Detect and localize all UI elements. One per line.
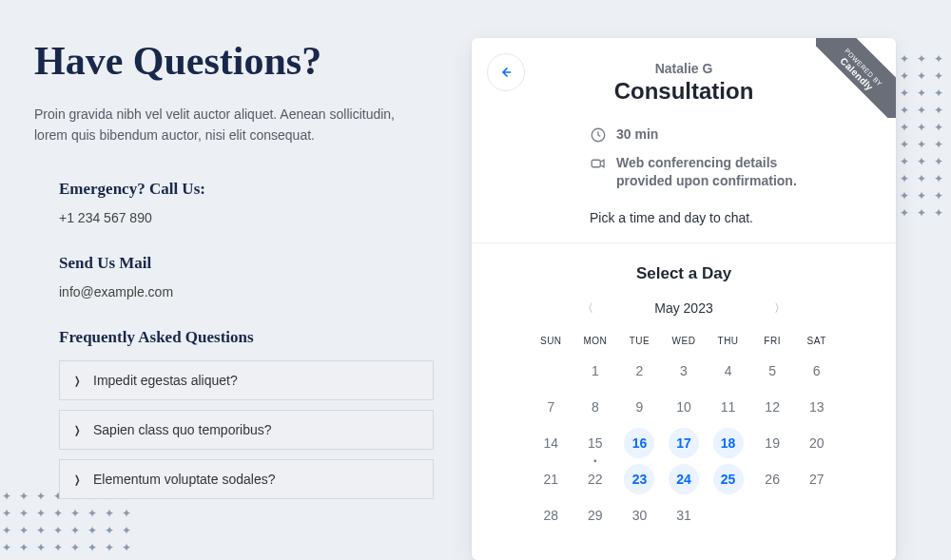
chevron-right-icon: ❯ — [74, 375, 80, 387]
calendar-day[interactable]: 24 — [669, 464, 699, 494]
weekday-label: SUN — [529, 336, 573, 346]
calendar-day: 13 — [794, 392, 839, 422]
back-button[interactable] — [487, 53, 525, 91]
weekday-label: THU — [706, 336, 750, 346]
calendar-day: 22 — [573, 464, 618, 494]
month-label: May 2023 — [654, 300, 712, 316]
calendar-day: 2 — [617, 356, 662, 386]
chevron-right-icon: ❯ — [74, 473, 80, 486]
powered-by-brand: Calendly — [816, 38, 896, 118]
contact-panel: Have Questions? Proin gravida nibh vel v… — [34, 38, 434, 560]
emergency-block: Emergency? Call Us: +1 234 567 890 — [34, 180, 434, 225]
faq-question: Impedit egestas aliquet? — [93, 373, 238, 388]
prompt-text: Pick a time and day to chat. — [590, 210, 871, 225]
faq-question: Elementum voluptate sodales? — [93, 472, 275, 487]
faq-block: Frequently Asked Questions ❯Impedit eges… — [34, 328, 434, 499]
conference-row: Web conferencing details provided upon c… — [590, 154, 871, 191]
weekday-label: SAT — [794, 336, 839, 346]
next-month-button[interactable]: 〉 — [770, 297, 789, 320]
calendar-day: 5 — [750, 356, 795, 386]
calendar-day: 1 — [573, 356, 618, 386]
calendar-day[interactable]: 23 — [624, 464, 654, 494]
calendar-empty — [706, 500, 750, 531]
duration-row: 30 min — [590, 126, 871, 145]
select-day-heading: Select a Day — [496, 264, 871, 283]
calendar-empty — [794, 500, 839, 531]
calendar-day: 20 — [794, 428, 839, 458]
video-icon — [590, 155, 607, 172]
calendar-day: 10 — [662, 392, 707, 422]
calendar-day: 30 — [617, 500, 662, 531]
event-title: Consultation — [496, 78, 871, 105]
calendar-day: 15• — [573, 428, 618, 458]
host-name: Natalie G — [496, 61, 871, 76]
calendar-day[interactable]: 17 — [669, 428, 699, 458]
svg-rect-1 — [592, 160, 600, 167]
calendar-empty — [529, 356, 573, 386]
intro-text: Proin gravida nibh vel velit auctor aliq… — [34, 105, 415, 145]
calendar-day: 27 — [794, 464, 839, 494]
weekday-label: TUE — [617, 336, 662, 346]
faq-question: Sapien class quo temporibus? — [93, 422, 272, 437]
page-heading: Have Questions? — [34, 38, 434, 84]
email-address: info@example.com — [59, 284, 434, 299]
prev-month-button[interactable]: 〈 — [578, 297, 597, 320]
calendar-day: 14 — [529, 428, 573, 458]
emergency-title: Emergency? Call Us: — [59, 180, 434, 199]
calendar-day: 26 — [750, 464, 795, 494]
mail-title: Send Us Mail — [59, 254, 434, 273]
calendar-day: 31 — [662, 500, 707, 531]
calendar-day[interactable]: 16 — [624, 428, 654, 458]
phone-number: +1 234 567 890 — [59, 210, 434, 225]
faq-item[interactable]: ❯Elementum voluptate sodales? — [59, 459, 434, 499]
calendar-empty — [750, 500, 795, 531]
calendar-grid: 123456789101112131415•161718192021222324… — [529, 356, 839, 531]
duration-text: 30 min — [616, 126, 658, 145]
faq-item[interactable]: ❯Sapien class quo temporibus? — [59, 410, 434, 450]
conference-text: Web conferencing details provided upon c… — [616, 154, 835, 191]
calendar-day: 21 — [529, 464, 573, 494]
faq-item[interactable]: ❯Impedit egestas aliquet? — [59, 360, 434, 400]
calendar-day: 4 — [706, 356, 750, 386]
scheduling-widget: POWERED BY Calendly Natalie G Consultati… — [472, 38, 896, 560]
calendar-day[interactable]: 18 — [713, 428, 744, 458]
calendar-day: 7 — [529, 392, 573, 422]
clock-icon — [590, 126, 607, 144]
calendar-day: 6 — [794, 356, 839, 386]
calendar-day: 3 — [662, 356, 707, 386]
arrow-left-icon — [497, 64, 514, 81]
chevron-right-icon: ❯ — [74, 424, 80, 436]
calendar-day: 9 — [617, 392, 662, 422]
powered-by-ribbon[interactable]: POWERED BY Calendly — [816, 38, 896, 118]
weekday-label: MON — [573, 336, 618, 346]
calendar-day: 29 — [573, 500, 618, 531]
calendar-day: 12 — [750, 392, 795, 422]
faq-title: Frequently Asked Questions — [59, 328, 434, 347]
calendar-day[interactable]: 25 — [713, 464, 744, 494]
weekday-label: WED — [662, 336, 707, 346]
calendar-day: 19 — [750, 428, 795, 458]
divider — [472, 242, 896, 243]
calendar-day: 11 — [706, 392, 750, 422]
calendar-day: 8 — [573, 392, 618, 422]
calendar-day: 28 — [529, 500, 573, 531]
weekday-header: SUNMONTUEWEDTHUFRISAT — [529, 336, 839, 346]
mail-block: Send Us Mail info@example.com — [34, 254, 434, 299]
weekday-label: FRI — [750, 336, 795, 346]
